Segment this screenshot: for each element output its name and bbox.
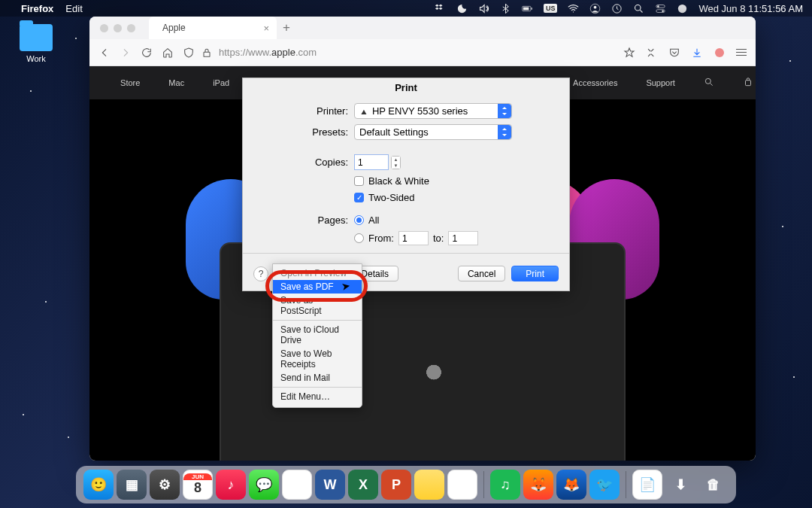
dock-downloads[interactable]: ⬇	[665, 470, 695, 500]
bookmark-star-icon[interactable]	[623, 47, 635, 59]
svg-rect-12	[204, 52, 210, 56]
tab-apple[interactable]: Apple ×	[149, 17, 277, 39]
forward-button	[120, 47, 132, 59]
downloads-icon[interactable]	[691, 47, 703, 59]
tab-close-icon[interactable]: ×	[263, 23, 269, 34]
svg-point-9	[658, 5, 660, 8]
pages-from-input[interactable]	[398, 231, 429, 245]
help-button[interactable]: ?	[253, 266, 268, 281]
dock-excel[interactable]: X	[348, 470, 378, 500]
dropbox-icon[interactable]	[435, 3, 446, 14]
extension-icon[interactable]	[646, 47, 658, 59]
nav-accessories[interactable]: Accessories	[573, 78, 617, 87]
dock-music[interactable]: ♪	[216, 470, 246, 500]
dock-firefox[interactable]: 🦊	[523, 470, 553, 500]
battery-icon[interactable]	[522, 3, 533, 14]
menu-save-web-receipts[interactable]: Save to Web Receipts	[273, 347, 362, 371]
back-button[interactable]	[98, 47, 111, 59]
desktop-folder-work[interactable]: Work	[14, 24, 59, 63]
dock-firefox-dev[interactable]: 🦊	[556, 470, 586, 500]
pages-range-radio[interactable]	[354, 233, 364, 243]
dock-settings[interactable]: ⚙	[150, 470, 180, 500]
pages-to-input[interactable]	[448, 231, 478, 245]
url-bar[interactable]: https://www.apple.com	[183, 47, 614, 59]
lock-icon[interactable]	[201, 47, 213, 59]
svg-rect-15	[745, 81, 750, 86]
bluetooth-icon[interactable]	[500, 3, 511, 14]
dock-powerpoint[interactable]: P	[381, 470, 411, 500]
dock-word[interactable]: W	[315, 470, 345, 500]
presets-value: Default Settings	[359, 126, 429, 138]
menubar-clock[interactable]: Wed Jun 8 11:51:56 AM	[698, 3, 803, 14]
dock-trash[interactable]: 🗑	[698, 470, 729, 500]
mouse-cursor-icon: ➤	[341, 279, 352, 293]
volume-icon[interactable]	[478, 3, 489, 14]
svg-rect-1	[523, 7, 529, 10]
nav-ipad[interactable]: iPad	[213, 78, 229, 87]
wifi-icon[interactable]	[568, 3, 579, 14]
dock-twitter[interactable]: 🐦	[589, 470, 620, 500]
shield-icon[interactable]	[183, 47, 195, 59]
spotlight-icon[interactable]	[633, 3, 644, 14]
macos-menubar: Firefox Edit US Wed Jun 8 11:51:56 AM	[0, 0, 812, 17]
svg-rect-2	[531, 8, 532, 10]
dialog-title: Print	[243, 78, 569, 100]
bw-checkbox[interactable]	[354, 176, 364, 186]
user-icon[interactable]	[589, 3, 601, 14]
time-machine-icon[interactable]	[611, 3, 623, 14]
folder-icon	[20, 24, 53, 51]
printer-select[interactable]: ▲ HP ENVY 5530 series	[354, 103, 512, 119]
folder-label: Work	[14, 54, 59, 63]
dock-document[interactable]: 📄	[632, 470, 662, 500]
dock-messages[interactable]: 💬	[249, 470, 279, 500]
menu-save-as-postscript[interactable]: Save as PostScript	[273, 294, 362, 318]
menu-edit-menu[interactable]: Edit Menu…	[273, 390, 362, 403]
control-center-icon[interactable]	[655, 3, 666, 14]
app-name[interactable]: Firefox	[21, 3, 53, 14]
dock-spotify[interactable]: ♫	[490, 470, 520, 500]
dock-launchpad[interactable]: ▦	[117, 470, 147, 500]
print-button[interactable]: Print	[511, 266, 559, 281]
nav-store[interactable]: Store	[120, 78, 140, 87]
dock-finder[interactable]: 🙂	[83, 470, 114, 500]
dock-notes[interactable]	[414, 470, 444, 500]
dock-chrome[interactable]: ◉	[282, 470, 312, 500]
menu-save-icloud[interactable]: Save to iCloud Drive	[273, 323, 362, 347]
window-controls[interactable]	[89, 24, 146, 32]
nav-bag-icon[interactable]	[743, 77, 753, 89]
input-source-icon[interactable]: US	[544, 4, 558, 13]
menu-edit[interactable]: Edit	[65, 3, 82, 14]
pocket-icon[interactable]	[668, 47, 680, 59]
bw-label: Black & White	[368, 175, 429, 187]
copies-stepper[interactable]: ▲▼	[391, 156, 401, 169]
copies-input[interactable]	[354, 154, 389, 170]
account-icon[interactable]	[714, 47, 726, 59]
presets-select[interactable]: Default Settings	[354, 124, 512, 140]
pages-label: Pages:	[253, 214, 354, 226]
home-button[interactable]	[162, 47, 174, 59]
svg-point-10	[662, 10, 665, 12]
menu-send-in-mail[interactable]: Send in Mail	[273, 371, 362, 385]
svg-point-11	[678, 4, 686, 12]
tab-bar: Apple × +	[89, 17, 756, 39]
new-tab-button[interactable]: +	[283, 20, 290, 35]
cancel-button[interactable]: Cancel	[458, 266, 505, 281]
app-menu-button[interactable]	[736, 49, 747, 56]
siri-icon[interactable]	[677, 3, 688, 14]
printer-value: HP ENVY 5530 series	[372, 105, 468, 117]
nav-mac[interactable]: Mac	[168, 78, 184, 87]
nav-support[interactable]: Support	[646, 78, 675, 87]
do-not-disturb-icon[interactable]	[456, 3, 468, 14]
tab-title: Apple	[162, 23, 186, 33]
svg-point-6	[635, 5, 641, 11]
presets-label: Presets:	[253, 126, 354, 138]
reload-button[interactable]	[141, 47, 153, 59]
nav-search-icon[interactable]	[704, 77, 714, 89]
pages-to-label: to:	[433, 233, 444, 244]
dock-slack[interactable]: ✱	[447, 470, 477, 500]
twosided-checkbox[interactable]	[354, 193, 364, 202]
menu-open-preview[interactable]: Open in Preview	[273, 266, 362, 280]
dock-calendar[interactable]: JUN8	[183, 470, 213, 500]
pages-all-radio[interactable]	[354, 215, 364, 225]
twosided-label: Two-Sided	[368, 192, 414, 203]
